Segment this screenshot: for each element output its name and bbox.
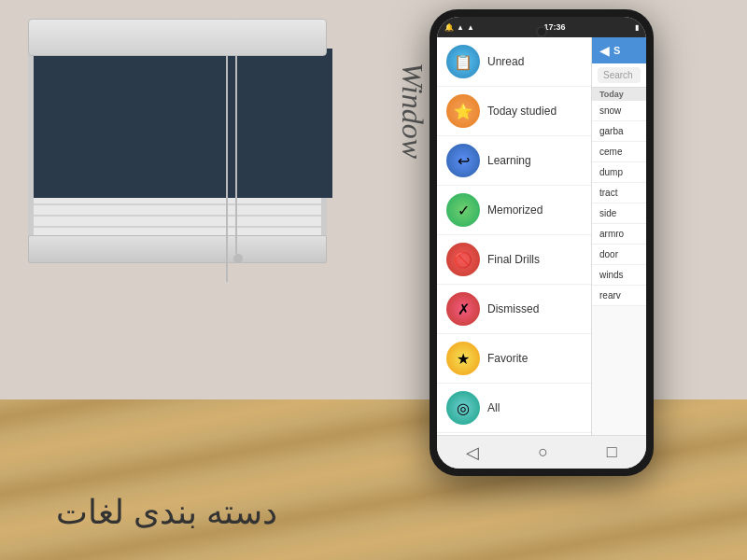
nav-home-button[interactable]: ○ <box>538 442 548 462</box>
menu-item-all[interactable]: ◎All <box>437 384 591 433</box>
status-icons-right: ▮ <box>635 23 639 32</box>
blind-cord-ball <box>233 254 243 263</box>
unread-icon: 📋 <box>446 45 480 78</box>
right-panel: ◀ S Search Today snowgarbacemedumptracts… <box>591 37 646 435</box>
status-icons-left: 🔔 ▲ ▲ <box>444 23 474 32</box>
right-panel-header: ◀ S <box>592 37 646 63</box>
word-list-item[interactable]: snow <box>592 101 646 121</box>
blind-bottom-bar <box>28 235 327 263</box>
wifi-icon: ▲ <box>467 23 474 32</box>
word-list: Today snowgarbacemedumptractsidearmrodoo… <box>592 88 646 435</box>
word-list-item[interactable]: winds <box>592 265 646 286</box>
dismissed-label: Dismissed <box>487 302 539 315</box>
learning-label: Learning <box>487 154 531 167</box>
word-list-item[interactable]: side <box>592 203 646 224</box>
menu-item-final-drills[interactable]: 🚫Final Drills <box>437 235 591 285</box>
word-list-item[interactable]: armro <box>592 224 646 245</box>
phone-screen: 🔔 ▲ ▲ 17:36 ▮ 📋Unread⭐Today studied↩Lear… <box>437 17 646 469</box>
favorite-label: Favorite <box>487 352 528 365</box>
right-panel-title: S <box>613 45 639 56</box>
menu-item-dismissed[interactable]: ✗Dismissed <box>437 285 591 334</box>
menu-item-learning[interactable]: ↩Learning <box>437 136 591 186</box>
today-studied-label: Today studied <box>487 105 557 118</box>
menu-item-memorized[interactable]: ✓Memorized <box>437 186 591 235</box>
battery-icon: ▮ <box>635 23 639 32</box>
final-drills-label: Final Drills <box>487 253 540 266</box>
menu-item-unread[interactable]: 📋Unread <box>437 37 591 87</box>
signal-icon: ▲ <box>457 23 464 32</box>
favorite-icon: ★ <box>446 342 480 375</box>
unread-label: Unread <box>487 55 524 68</box>
notification-icon: 🔔 <box>444 23 454 32</box>
word-list-item[interactable]: garba <box>592 121 646 142</box>
dismissed-icon: ✗ <box>446 292 480 326</box>
word-list-item[interactable]: door <box>592 245 646 265</box>
arabic-text: دسته بندی لغات <box>56 493 277 532</box>
window-blind-container <box>28 19 345 289</box>
phone-camera <box>536 26 547 37</box>
menu-panel: 📋Unread⭐Today studied↩Learning✓Memorized… <box>437 37 591 435</box>
final-drills-icon: 🚫 <box>446 243 480 276</box>
word-list-item[interactable]: tract <box>592 183 646 203</box>
memorized-icon: ✓ <box>446 193 480 227</box>
learning-icon: ↩ <box>446 144 480 177</box>
window-dark-glass <box>34 49 332 198</box>
all-label: All <box>487 401 500 414</box>
phone-device: 🔔 ▲ ▲ 17:36 ▮ 📋Unread⭐Today studied↩Lear… <box>430 9 654 476</box>
back-button[interactable]: ◀ <box>599 43 610 58</box>
memorized-label: Memorized <box>487 203 543 217</box>
menu-item-favorite[interactable]: ★Favorite <box>437 334 591 384</box>
blind-top-frame <box>28 19 327 56</box>
app-content: 📋Unread⭐Today studied↩Learning✓Memorized… <box>437 37 646 435</box>
blind-slats <box>28 49 327 235</box>
all-icon: ◎ <box>446 391 480 425</box>
bottom-nav: ◁ ○ □ <box>437 435 646 469</box>
word-list-item[interactable]: rearv <box>592 286 646 306</box>
word-section-header: Today <box>592 88 646 101</box>
nav-recent-button[interactable]: □ <box>607 442 617 462</box>
today-studied-icon: ⭐ <box>446 94 480 128</box>
window-label: Window <box>395 63 430 159</box>
word-list-item[interactable]: dump <box>592 162 646 183</box>
blind-cord-1 <box>235 49 237 254</box>
nav-back-button[interactable]: ◁ <box>466 442 479 463</box>
menu-item-today-studied[interactable]: ⭐Today studied <box>437 87 591 136</box>
search-bar: Search <box>592 63 646 88</box>
word-list-item[interactable]: ceme <box>592 142 646 162</box>
blind-cord-2 <box>226 49 228 282</box>
search-input[interactable]: Search <box>598 67 641 83</box>
